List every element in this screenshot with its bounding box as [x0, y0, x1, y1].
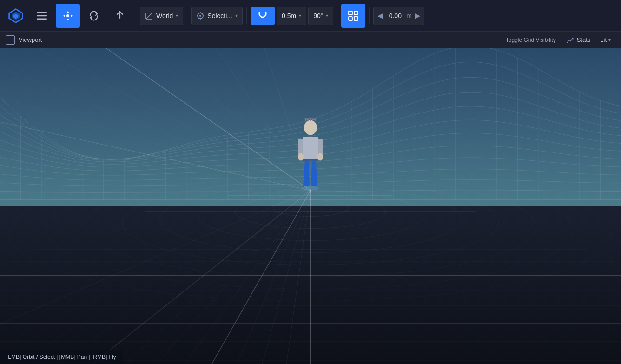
- snap-angle-dropdown[interactable]: 90° ▾: [308, 7, 333, 25]
- coord-next-button[interactable]: ▶: [414, 11, 421, 20]
- svg-rect-20: [349, 17, 352, 20]
- angle-caret: ▾: [326, 13, 328, 18]
- move-tool-button[interactable]: [56, 4, 80, 28]
- svg-rect-21: [354, 17, 358, 20]
- world-label: World: [156, 12, 173, 20]
- viewport-bar: Viewport Toggle Grid Visibility Stats Li…: [0, 32, 621, 48]
- magnet-button[interactable]: [251, 7, 275, 25]
- logo-button[interactable]: [4, 4, 28, 28]
- svg-rect-4: [37, 15, 47, 16]
- grid-button[interactable]: [341, 4, 365, 28]
- axis-dropdown[interactable]: World ▾: [140, 7, 183, 25]
- coord-prev-button[interactable]: ◀: [377, 11, 384, 20]
- toggle-grid-button[interactable]: Toggle Grid Visibility: [500, 37, 562, 43]
- svg-point-11: [199, 15, 201, 17]
- snap-angle-label: 90°: [313, 12, 323, 20]
- selection-label: Selecti...: [207, 12, 232, 20]
- svg-rect-18: [349, 11, 352, 15]
- svg-point-6: [66, 14, 69, 17]
- selection-dropdown[interactable]: Selecti... ▾: [191, 7, 243, 25]
- snap-distance-dropdown[interactable]: 0.5m ▾: [277, 7, 306, 25]
- svg-rect-5: [37, 18, 47, 20]
- svg-rect-3: [37, 12, 47, 13]
- axis-icon: [145, 12, 153, 20]
- viewport-icon: [6, 35, 15, 45]
- svg-rect-19: [354, 11, 358, 15]
- world-caret: ▾: [176, 13, 178, 18]
- coord-unit: m: [406, 12, 412, 20]
- snap-caret: ▾: [299, 13, 301, 18]
- svg-line-7: [146, 13, 152, 19]
- up-arrow-button[interactable]: [108, 4, 132, 28]
- toolbar: World ▾ Selecti... ▾ 0.5m ▾: [0, 0, 621, 32]
- stats-button[interactable]: Stats: [562, 36, 595, 44]
- selection-caret: ▾: [235, 13, 238, 18]
- separator-5: [369, 7, 370, 24]
- target-icon: [196, 12, 205, 20]
- controls-hint: [LMB] Orbit / Select | [MMB] Pan | [RMB]…: [0, 350, 123, 364]
- scene-canvas: [0, 48, 621, 364]
- separator-3: [246, 7, 247, 24]
- stats-icon: [567, 36, 574, 44]
- viewport-canvas[interactable]: [LMB] Orbit / Select | [MMB] Pan | [RMB]…: [0, 48, 621, 364]
- separator-4: [337, 7, 337, 24]
- coordinate-control: ◀ 0.00 m ▶: [373, 7, 424, 25]
- coord-value: 0.00: [386, 12, 404, 20]
- lit-dropdown[interactable]: Lit ▾: [595, 36, 615, 43]
- separator-1: [136, 7, 136, 24]
- viewport-title: Viewport: [19, 36, 42, 43]
- refresh-button[interactable]: [82, 4, 106, 28]
- snap-distance-label: 0.5m: [282, 12, 296, 20]
- separator-2: [187, 7, 187, 24]
- menu-button[interactable]: [30, 4, 54, 28]
